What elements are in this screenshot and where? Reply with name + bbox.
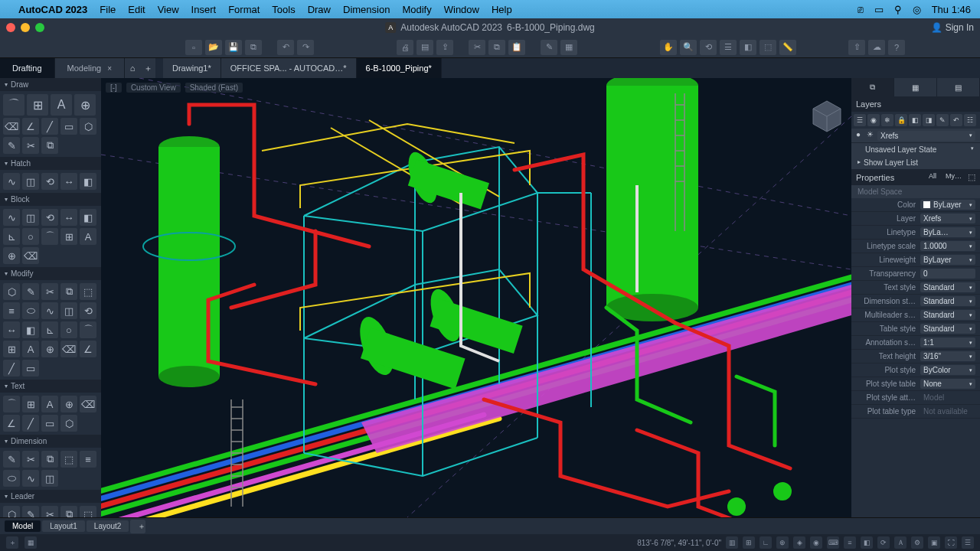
annotation-icon[interactable]: Ａ bbox=[894, 536, 906, 549]
tool-button[interactable]: ✎ bbox=[22, 283, 39, 300]
layer-iso-icon[interactable]: ◨ bbox=[923, 114, 935, 126]
plot-preview-icon[interactable]: ▤ bbox=[416, 40, 433, 55]
lineweight-icon[interactable]: ≡ bbox=[844, 536, 856, 549]
tool-button[interactable]: ✎ bbox=[3, 137, 20, 154]
current-layer-dropdown[interactable]: Xrefs▾ bbox=[877, 131, 975, 141]
measure-icon[interactable]: 📏 bbox=[779, 40, 796, 55]
3dosnap-icon[interactable]: ◉ bbox=[810, 536, 822, 549]
model-viewport[interactable]: [-] Custom View Shaded (Fast) bbox=[101, 78, 851, 517]
tool-button[interactable]: ◫ bbox=[41, 470, 58, 487]
cloud-icon[interactable]: ☁ bbox=[868, 40, 885, 55]
tool-button[interactable]: ╱ bbox=[41, 118, 58, 135]
show-layer-list-toggle[interactable]: ▸Show Layer List bbox=[851, 156, 980, 169]
tool-button[interactable]: ↔ bbox=[3, 321, 20, 338]
tool-button[interactable]: ∠ bbox=[3, 415, 20, 432]
tool-button[interactable]: ⟲ bbox=[41, 209, 58, 226]
tool-button[interactable]: ⌒ bbox=[80, 321, 96, 338]
tool-button[interactable]: ∿ bbox=[41, 302, 58, 319]
property-value[interactable]: ByLa…▾ bbox=[920, 227, 975, 237]
cut-icon[interactable]: ✂ bbox=[469, 40, 485, 55]
tool-button[interactable]: ⊕ bbox=[74, 94, 96, 116]
property-value[interactable]: Standard▾ bbox=[920, 310, 975, 320]
tool-button[interactable]: ▭ bbox=[60, 118, 77, 135]
section-header[interactable]: Draw bbox=[0, 78, 101, 91]
block-editor-icon[interactable]: ▦ bbox=[560, 40, 577, 55]
spotlight-icon[interactable]: ⚲ bbox=[894, 4, 902, 15]
save-icon[interactable]: 💾 bbox=[225, 40, 242, 55]
tool-button[interactable]: ⌫ bbox=[80, 396, 96, 412]
layer-color-icon[interactable]: ◧ bbox=[909, 114, 921, 126]
fullscreen-window-button[interactable] bbox=[35, 23, 44, 32]
osnap-icon[interactable]: ◈ bbox=[793, 536, 805, 549]
copy-icon[interactable]: ⧉ bbox=[488, 40, 505, 55]
tool-button[interactable]: ⊕ bbox=[3, 247, 20, 264]
section-header[interactable]: Hatch bbox=[0, 157, 101, 170]
property-value[interactable]: ByColor▾ bbox=[920, 365, 975, 375]
tool-button[interactable]: ○ bbox=[22, 228, 39, 245]
tool-button[interactable]: A bbox=[51, 94, 72, 116]
tool-button[interactable]: ⊕ bbox=[60, 396, 77, 412]
orbit-icon[interactable]: ⟲ bbox=[700, 40, 717, 55]
ortho-icon[interactable]: ∟ bbox=[760, 536, 772, 549]
tool-button[interactable]: ◫ bbox=[22, 173, 39, 190]
menu-edit[interactable]: Edit bbox=[128, 4, 145, 15]
tool-button[interactable]: ✎ bbox=[22, 506, 39, 517]
doc-tab[interactable]: Drawing1* bbox=[163, 58, 221, 78]
filter-my-button[interactable]: My… bbox=[942, 172, 965, 182]
tool-button[interactable]: ⌒ bbox=[41, 228, 58, 245]
pan-icon[interactable]: ✋ bbox=[660, 40, 677, 55]
battery-icon[interactable]: ▭ bbox=[874, 4, 884, 15]
tool-button[interactable]: ⬚ bbox=[60, 451, 77, 468]
minimize-window-button[interactable] bbox=[21, 23, 30, 32]
menu-tools[interactable]: Tools bbox=[272, 4, 295, 15]
tool-button[interactable]: ⟲ bbox=[80, 302, 96, 319]
tool-button[interactable]: ╱ bbox=[22, 415, 39, 432]
tool-button[interactable]: ⌫ bbox=[22, 247, 39, 264]
tool-button[interactable]: ○ bbox=[60, 321, 77, 338]
print-icon[interactable]: 🖨 bbox=[397, 40, 413, 55]
clock[interactable]: Thu 1:46 bbox=[932, 4, 971, 15]
layer-prev-icon[interactable]: ↶ bbox=[950, 114, 962, 126]
tool-button[interactable]: ∿ bbox=[3, 209, 20, 226]
property-value[interactable]: Standard▾ bbox=[920, 324, 975, 334]
tool-button[interactable]: ≡ bbox=[3, 302, 20, 319]
property-value[interactable]: ByLayer▾ bbox=[920, 200, 975, 210]
menu-draw[interactable]: Draw bbox=[308, 4, 331, 15]
tool-button[interactable]: ▭ bbox=[41, 415, 58, 432]
property-value[interactable]: 1:1▾ bbox=[920, 337, 975, 347]
share-icon[interactable]: ⇧ bbox=[848, 40, 865, 55]
dyn-input-icon[interactable]: ⌨ bbox=[827, 536, 839, 549]
tool-button[interactable]: ↔ bbox=[60, 209, 77, 226]
tool-button[interactable]: ↔ bbox=[60, 173, 77, 190]
layout-tab-model[interactable]: Model bbox=[5, 520, 41, 532]
tool-button[interactable]: ⧉ bbox=[60, 283, 77, 300]
tool-button[interactable]: ◧ bbox=[22, 321, 39, 338]
menu-window[interactable]: Window bbox=[444, 4, 479, 15]
menu-dimension[interactable]: Dimension bbox=[343, 4, 390, 15]
layer-walk-icon[interactable]: ☷ bbox=[964, 114, 976, 126]
tool-button[interactable]: ✂ bbox=[41, 506, 58, 517]
undo-icon[interactable]: ↶ bbox=[277, 40, 294, 55]
tool-button[interactable]: ◫ bbox=[22, 209, 39, 226]
workspace-tab-modeling[interactable]: Modeling× bbox=[55, 58, 125, 78]
menu-insert[interactable]: Insert bbox=[191, 4, 217, 15]
property-value[interactable]: Standard▾ bbox=[920, 282, 975, 292]
tool-button[interactable]: ∠ bbox=[22, 118, 39, 135]
view-style-label[interactable]: Shaded (Fast) bbox=[185, 83, 243, 93]
tool-button[interactable]: ⌫ bbox=[60, 341, 77, 357]
new-icon[interactable]: ▫ bbox=[185, 40, 202, 55]
saveas-icon[interactable]: ⧉ bbox=[245, 40, 262, 55]
snap-icon[interactable]: ▥ bbox=[726, 536, 738, 549]
property-value[interactable]: 1.0000▾ bbox=[920, 241, 975, 251]
tool-button[interactable]: ◫ bbox=[60, 302, 77, 319]
tool-button[interactable]: A bbox=[22, 341, 39, 357]
menu-view[interactable]: View bbox=[158, 4, 179, 15]
property-value[interactable]: 0 bbox=[920, 269, 975, 279]
doc-tab[interactable]: 6-B-1000_Piping* bbox=[357, 58, 442, 78]
property-value[interactable]: Standard▾ bbox=[920, 296, 975, 306]
layout-grid-icon[interactable]: ▦ bbox=[24, 536, 37, 549]
tool-button[interactable]: ⬭ bbox=[22, 302, 39, 319]
section-header[interactable]: Text bbox=[0, 380, 101, 393]
panel-tab-blocks-icon[interactable]: ▦ bbox=[894, 78, 937, 96]
tool-button[interactable]: A bbox=[41, 396, 58, 412]
